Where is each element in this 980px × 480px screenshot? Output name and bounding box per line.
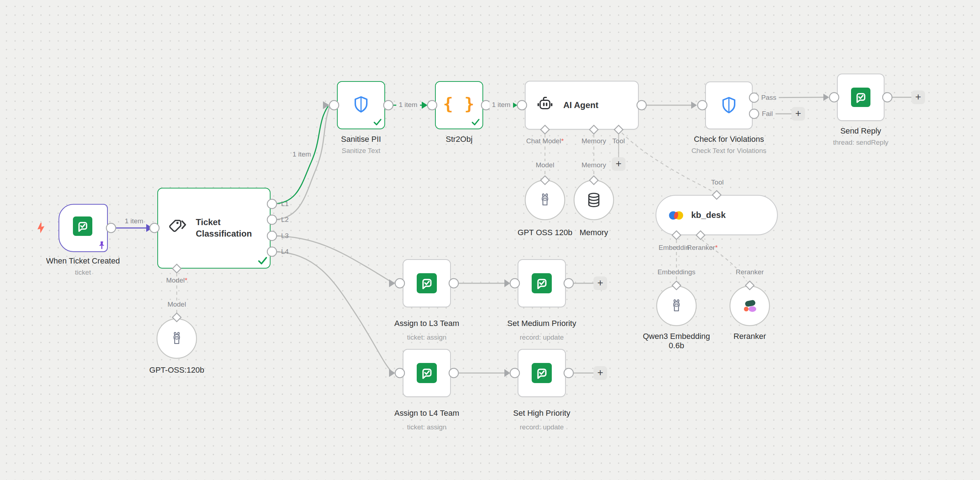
edge-assign-l3-to-set-medium[interactable]: [458, 279, 510, 287]
edge-label-pass: Pass: [759, 94, 779, 101]
input-label-model: Model: [165, 301, 189, 308]
connector-label-memory: Memory: [582, 137, 606, 145]
robot-icon: [536, 95, 554, 114]
output-port[interactable]: [383, 101, 393, 110]
connector-label-tool: Tool: [612, 137, 625, 145]
input-label-reranker: Reranker: [733, 268, 766, 276]
connector-model-diamond[interactable]: [172, 264, 181, 273]
node-label: Assign to L4 Team: [395, 409, 460, 418]
dashed-connectors: [177, 133, 746, 313]
output-port[interactable]: [637, 101, 646, 110]
chat-app-icon: [532, 273, 552, 293]
input-label-embeddings: Embeddings: [655, 268, 698, 276]
edge-label-items: 1 item: [489, 101, 513, 109]
add-node-button[interactable]: +: [593, 366, 607, 380]
output-port-fail[interactable]: [749, 109, 759, 119]
add-node-fail-button[interactable]: +: [791, 107, 805, 120]
success-check-icon: [471, 119, 480, 126]
node-label: Set Medium Priority: [507, 319, 576, 328]
node-title: AI Agent: [563, 100, 598, 111]
input-port[interactable]: [698, 101, 707, 110]
success-check-icon: [258, 257, 267, 265]
connector-kb-embedding-diamond[interactable]: [672, 231, 681, 239]
input-port[interactable]: [428, 101, 437, 110]
edge-label-items: 1 item: [125, 217, 143, 225]
chat-app-icon: [417, 273, 437, 293]
output-port-l3[interactable]: [267, 231, 277, 241]
node-label: Reranker: [733, 332, 766, 341]
shield-icon: [719, 95, 738, 115]
node-sublabel: thread: sendReply: [833, 139, 888, 146]
input-port[interactable]: [150, 223, 159, 233]
node-label: Assign to L3 Team: [395, 319, 460, 328]
output-port[interactable]: [883, 93, 892, 102]
node-label: Memory: [579, 228, 608, 237]
input-label-tool: Tool: [709, 178, 726, 186]
curly-braces-icon: { }: [443, 94, 475, 114]
node-sublabel: record: update: [520, 423, 564, 431]
output-port[interactable]: [107, 223, 116, 233]
input-port[interactable]: [517, 101, 527, 110]
port-label-l1: L1: [281, 200, 288, 208]
node-sublabel: ticket: assign: [407, 423, 447, 431]
node-label: GPT OSS 120b: [518, 228, 572, 237]
edge-assign-l4-to-set-high[interactable]: [458, 369, 510, 377]
output-port-pass[interactable]: [749, 93, 759, 102]
ollama-llama-icon: [668, 297, 685, 315]
output-port[interactable]: [449, 279, 458, 288]
node-label: GPT-OSS:120b: [150, 366, 204, 375]
chat-app-icon: [851, 87, 870, 107]
kb-venn-icon: [667, 209, 685, 222]
node-sublabel: ticket: assign: [407, 334, 447, 341]
node-title: Ticket Classification: [196, 217, 252, 239]
input-port[interactable]: [510, 279, 519, 288]
connector-chat-model-diamond[interactable]: [541, 125, 549, 134]
workflow-canvas[interactable]: { } Ticket Classification AI Agent kb_de…: [0, 0, 980, 480]
node-label: Str2Obj: [446, 135, 473, 144]
connector-label-embedding: Embeddin: [659, 244, 689, 252]
shield-icon: [352, 95, 371, 114]
ollama-llama-icon: [536, 191, 554, 209]
connector-memory-diamond[interactable]: [590, 125, 598, 134]
output-port-l4[interactable]: [267, 247, 277, 256]
input-port[interactable]: [829, 93, 839, 102]
add-node-button[interactable]: +: [593, 276, 607, 290]
tags-icon: [168, 218, 187, 237]
connector-label-model: Model*: [166, 276, 187, 284]
success-check-icon: [373, 119, 382, 126]
output-port-l2[interactable]: [267, 215, 277, 224]
chat-app-icon: [417, 363, 437, 383]
input-label-memory: Memory: [579, 161, 609, 169]
input-port[interactable]: [329, 101, 339, 110]
pin-icon: [97, 241, 107, 250]
node-label: Set High Priority: [513, 409, 571, 418]
input-port[interactable]: [395, 279, 404, 288]
add-node-button[interactable]: +: [912, 90, 925, 104]
edge-l3-to-assign[interactable]: [272, 236, 395, 287]
port-label-l3: L3: [281, 232, 288, 240]
input-port[interactable]: [395, 368, 404, 378]
edge-l4-to-assign[interactable]: [272, 252, 395, 377]
edge-trigger-to-classification[interactable]: [116, 224, 153, 232]
node-label: Check for Violations: [694, 135, 764, 144]
output-port[interactable]: [564, 279, 573, 288]
edge-label-fail: Fail: [759, 110, 776, 118]
edge-agent-to-check[interactable]: [646, 101, 697, 109]
node-sublabel: Sanitize Text: [342, 147, 380, 155]
cohere-logo-icon: [741, 297, 759, 315]
output-port[interactable]: [449, 368, 458, 378]
node-sublabel: ticket: [75, 269, 91, 276]
connector-tool-diamond[interactable]: [614, 125, 623, 134]
input-label-model: Model: [533, 161, 557, 169]
edge-layer: [0, 0, 980, 480]
connector-kb-tool-diamond[interactable]: [713, 191, 721, 199]
add-tool-button[interactable]: +: [612, 157, 625, 171]
node-label: Sanitise PII: [341, 135, 381, 144]
connector-kb-reranker-diamond[interactable]: [696, 231, 705, 239]
connector-label-reranker: Reranker*: [687, 244, 718, 252]
output-port[interactable]: [564, 368, 573, 378]
input-port[interactable]: [510, 368, 519, 378]
output-port-l1[interactable]: [267, 199, 277, 209]
port-label-l2: L2: [281, 216, 288, 224]
connector-label-chat-model: Chat Model*: [526, 137, 564, 145]
